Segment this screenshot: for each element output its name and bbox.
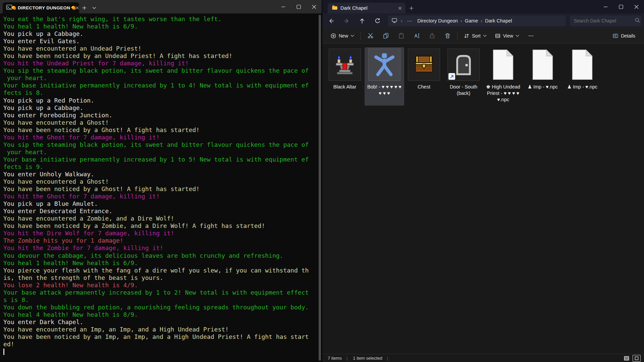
desktop: DIRECTORY DUNGEON (0, 0, 644, 362)
terminal-line: You pick up a Cabbage. (3, 104, 316, 112)
terminal-window-controls (275, 0, 322, 13)
terminal-tab-close-icon[interactable] (75, 5, 79, 11)
sort-button-label: Sort (472, 33, 481, 39)
terminal-line: is, then the strength of the beast is yo… (3, 274, 316, 282)
new-button-label: New (339, 33, 348, 39)
chevron-right-icon: › (460, 18, 463, 23)
file-item[interactable]: Bob! - ♥ ♥ ♥ ♥ ♥ ♥ ♥ ♥ (365, 47, 404, 106)
terminal-line: You enter Unholy Walkway. (3, 171, 316, 178)
terminal-line: ed! (3, 341, 316, 348)
explorer-tab[interactable]: Dark Chapel (328, 3, 406, 13)
terminal-line: You pick up a Blue Amulet. (3, 200, 316, 207)
breadcrumb-segment[interactable]: Dark Chapel (484, 17, 514, 24)
thumbnail-view-toggle[interactable] (633, 355, 641, 362)
terminal-line: You have been noticed by an Imp, an Imp,… (3, 333, 316, 341)
terminal-close-button[interactable] (306, 0, 322, 13)
terminal-minimize-button[interactable] (275, 0, 291, 13)
explorer-window: Dark Chapel (322, 0, 644, 362)
terminal-line: You heal 4 health! New health is 8/9. (3, 311, 316, 318)
file-icon (329, 49, 361, 81)
file-item[interactable]: ♟ Imp - ♥.npc (562, 47, 602, 106)
details-button[interactable]: Details (609, 30, 639, 42)
terminal-line: You hit the Ghost for 7 damage, killing … (3, 134, 316, 141)
breadcrumb[interactable]: › ··· Directory Dungeon›Game›Dark Chapel (388, 15, 566, 26)
terminal-line: You have been noticed by a Ghost! A figh… (3, 126, 316, 134)
explorer-address-row: › ··· Directory Dungeon›Game›Dark Chapel (322, 13, 644, 28)
folder-icon (332, 5, 338, 11)
file-item[interactable]: ♟ Imp - ♥.npc (523, 47, 562, 106)
terminal-scrollbar[interactable] (319, 15, 321, 361)
terminal-tab-dropdown-button[interactable] (89, 2, 99, 13)
terminal-line: You have been noticed by an Undead Pries… (3, 52, 316, 60)
refresh-button[interactable] (371, 15, 384, 27)
terminal-line: You heal 1 health! New health is 6/9. (3, 259, 316, 267)
search-input[interactable] (574, 18, 635, 23)
terminal-line: You down the bubbling red potion, a nour… (3, 304, 316, 311)
terminal-scrollbar-thumb[interactable] (319, 15, 321, 361)
terminal-line: You sip the steaming black potion, its s… (3, 67, 316, 74)
toolbar-divider (360, 32, 361, 40)
delete-button[interactable] (440, 30, 454, 42)
paste-button[interactable] (394, 30, 408, 42)
chevron-right-icon: › (480, 18, 483, 23)
up-button[interactable] (355, 15, 369, 27)
file-item[interactable]: ♚ High Undead Priest - ♥ ♥ ♥ ♥ ♥.npc (483, 47, 523, 106)
explorer-maximize-button[interactable] (613, 0, 629, 13)
terminal-window: DIRECTORY DUNGEON (0, 0, 322, 362)
forward-button[interactable] (340, 15, 353, 27)
terminal-line: You pierce your flesh with the fang of a… (3, 267, 316, 274)
file-name: Bob! - ♥ ♥ ♥ ♥ ♥ ♥ ♥ ♥ (366, 84, 403, 97)
file-name: ♟ Imp - ♥.npc (567, 84, 597, 90)
explorer-toolbar: New (322, 28, 644, 44)
chevron-down-icon (483, 35, 487, 37)
terminal-new-tab-button[interactable] (79, 2, 89, 13)
file-item[interactable]: Black Altar (325, 47, 365, 106)
sort-button[interactable]: Sort (460, 30, 490, 42)
selection-count: 1 item selected (353, 356, 382, 361)
new-button[interactable]: New (327, 30, 358, 42)
terminal-line: You enter Foreboding Junction. (3, 112, 316, 119)
terminal-tab[interactable]: DIRECTORY DUNGEON (3, 2, 79, 13)
breadcrumb-overflow[interactable]: ··· (406, 17, 414, 24)
terminal-line: You hit the Undead Priest for 7 damage, … (3, 60, 316, 67)
terminal-line: You eat the bat's right wing, it tastes … (3, 15, 316, 23)
file-icon (527, 49, 559, 81)
explorer-close-button[interactable] (629, 0, 644, 13)
status-divider: | (346, 356, 347, 361)
share-button[interactable] (425, 30, 439, 42)
terminal-line: You have encountered a Ghost! (3, 119, 316, 126)
copy-button[interactable] (379, 30, 393, 42)
back-button[interactable] (324, 15, 338, 27)
details-view-toggle[interactable] (623, 355, 631, 362)
file-item[interactable]: Chest (404, 47, 444, 106)
terminal-maximize-button[interactable] (291, 0, 306, 13)
explorer-new-tab-button[interactable] (406, 3, 417, 13)
items-count: 7 items (328, 356, 342, 361)
terminal-line: You pick up a Red Potion. (3, 97, 316, 104)
terminal-line: You hit the Ghost for 7 damage, killing … (3, 193, 316, 200)
search-icon (635, 17, 640, 24)
file-name: ♟ Imp - ♥.npc (528, 84, 558, 90)
terminal-line: You enter Dark Chapel. (3, 318, 316, 326)
chevron-down-icon (351, 35, 354, 37)
breadcrumb-segment[interactable]: Game (464, 17, 480, 24)
search-box[interactable] (570, 15, 641, 26)
breadcrumb-segment[interactable]: Directory Dungeon (416, 17, 459, 24)
terminal-line: your heart. (3, 148, 316, 156)
view-button[interactable]: View (491, 30, 523, 42)
cut-button[interactable] (363, 30, 377, 42)
terminal-line: You devour the cabbage, its delicious le… (3, 252, 316, 259)
toolbar-divider (457, 32, 458, 40)
explorer-tab-close-icon[interactable] (397, 5, 403, 11)
more-options-button[interactable] (524, 30, 538, 42)
explorer-minimize-button[interactable] (598, 0, 613, 13)
this-pc-icon (391, 17, 397, 24)
terminal-line: You hit the Dire Wolf for 7 damage, kill… (3, 230, 316, 237)
npc-file-image (530, 49, 555, 80)
chevron-right-icon: › (400, 18, 403, 23)
rename-button[interactable] (410, 30, 424, 42)
explorer-window-controls (598, 0, 644, 13)
file-item[interactable]: Door - South (back) (444, 47, 483, 106)
file-area[interactable]: Black AltarBob! - ♥ ♥ ♥ ♥ ♥ ♥ ♥ ♥ChestDo… (322, 44, 644, 354)
file-grid: Black AltarBob! - ♥ ♥ ♥ ♥ ♥ ♥ ♥ ♥ChestDo… (322, 44, 644, 106)
